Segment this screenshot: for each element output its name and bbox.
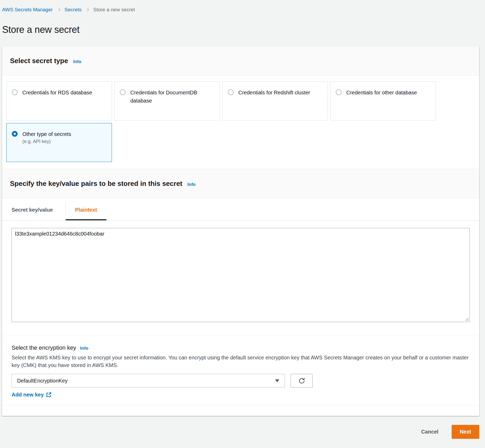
chevron-right-icon bbox=[57, 8, 60, 11]
keyvalue-title: Specify the key/value pairs to be stored… bbox=[10, 180, 182, 187]
tab-secret-keyvalue[interactable]: Secret key/value bbox=[12, 198, 65, 220]
external-link-icon bbox=[46, 392, 51, 398]
option-other-type-of-secrets[interactable]: Other type of secrets (e.g. API key) bbox=[6, 123, 112, 162]
breadcrumb-current: Store a new secret bbox=[93, 7, 135, 13]
option-label: Credentials for Redshift cluster bbox=[238, 89, 310, 97]
encryption-key-select[interactable]: DefaultEncryptionKey bbox=[12, 374, 285, 388]
encryption-key-section: Select the encryption key Info Select th… bbox=[2, 336, 479, 405]
keyvalue-info-link[interactable]: Info bbox=[187, 182, 195, 187]
secret-type-info-link[interactable]: Info bbox=[73, 59, 81, 64]
chevron-right-icon bbox=[86, 8, 89, 11]
option-sublabel: (e.g. API key) bbox=[22, 139, 71, 144]
dropdown-caret-icon bbox=[275, 379, 279, 382]
wizard-card: Select secret type Info Credentials for … bbox=[2, 46, 479, 416]
secret-type-title: Select secret type bbox=[10, 57, 68, 65]
option-credentials-rds[interactable]: Credentials for RDS database bbox=[6, 82, 112, 120]
encryption-key-info-link[interactable]: Info bbox=[80, 346, 88, 351]
secret-type-options: Credentials for RDS database Credentials… bbox=[2, 76, 479, 169]
radio-selected-icon[interactable] bbox=[12, 131, 18, 137]
option-label: Credentials for other database bbox=[346, 89, 417, 97]
option-label: Credentials for DocumentDB database bbox=[130, 89, 214, 105]
breadcrumb: AWS Secrets Manager Secrets Store a new … bbox=[2, 7, 478, 13]
plaintext-editor-area: l33te3xample01234d646c8c004foobar bbox=[2, 221, 479, 336]
option-credentials-documentdb[interactable]: Credentials for DocumentDB database bbox=[114, 82, 220, 120]
page-header: AWS Secrets Manager Secrets Store a new … bbox=[0, 0, 485, 35]
add-new-key-label: Add new key bbox=[12, 392, 44, 398]
radio-unselected-icon[interactable] bbox=[120, 89, 126, 95]
breadcrumb-secrets[interactable]: Secrets bbox=[65, 7, 81, 13]
encryption-key-description: Select the AWS KMS key to use to encrypt… bbox=[12, 354, 470, 369]
encryption-key-title: Select the encryption key bbox=[12, 344, 76, 351]
wizard-footer: Cancel Next bbox=[0, 416, 485, 448]
refresh-keys-button[interactable] bbox=[291, 374, 313, 388]
option-credentials-other-db[interactable]: Credentials for other database bbox=[330, 82, 436, 120]
next-button[interactable]: Next bbox=[452, 425, 479, 439]
option-label: Other type of secrets bbox=[22, 131, 71, 137]
add-new-key-link[interactable]: Add new key bbox=[12, 392, 51, 398]
cancel-button[interactable]: Cancel bbox=[420, 429, 440, 435]
option-credentials-redshift[interactable]: Credentials for Redshift cluster bbox=[222, 82, 328, 120]
editor-tabs: Secret key/value Plaintext bbox=[2, 198, 479, 221]
encryption-key-select-value: DefaultEncryptionKey bbox=[17, 378, 68, 384]
radio-unselected-icon[interactable] bbox=[12, 89, 18, 95]
radio-unselected-icon[interactable] bbox=[228, 89, 234, 95]
refresh-icon bbox=[298, 377, 305, 384]
keyvalue-section-header: Specify the key/value pairs to be stored… bbox=[2, 169, 479, 198]
breadcrumb-secrets-manager[interactable]: AWS Secrets Manager bbox=[2, 7, 53, 13]
page-title: Store a new secret bbox=[2, 24, 478, 35]
secret-type-section-header: Select secret type Info bbox=[2, 46, 479, 76]
tab-plaintext[interactable]: Plaintext bbox=[66, 198, 106, 220]
radio-unselected-icon[interactable] bbox=[336, 89, 342, 95]
plaintext-secret-textarea[interactable]: l33te3xample01234d646c8c004foobar bbox=[12, 228, 470, 322]
option-label: Credentials for RDS database bbox=[22, 89, 92, 97]
